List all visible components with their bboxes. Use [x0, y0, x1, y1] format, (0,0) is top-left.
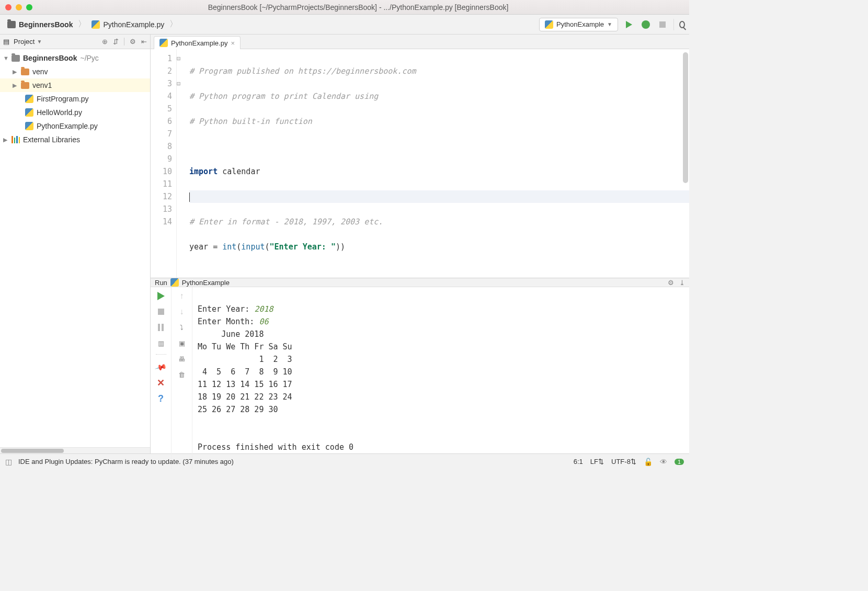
print-icon[interactable]: 🖶: [177, 354, 187, 363]
run-tool-window: Run PythonExample ▥ 📌 ✕ ?: [151, 278, 689, 453]
tree-root-path: ~/Pyc: [80, 54, 98, 62]
maximize-window-icon[interactable]: [26, 4, 32, 10]
stop-icon: [158, 309, 164, 315]
up-stack-icon[interactable]: ↑: [177, 291, 187, 301]
locate-icon[interactable]: ⊕: [102, 38, 108, 46]
tree-root-name: BeginnersBook: [23, 54, 77, 62]
stop-button[interactable]: [657, 19, 668, 30]
line-number: 11: [151, 178, 172, 190]
editor[interactable]: 1 2 3 4 5 6 7 8 9 10 11 12 13 14 ⊟ ⊟: [151, 49, 689, 278]
play-icon: [157, 292, 165, 300]
python-file-icon: [25, 108, 33, 117]
expand-toggle-icon[interactable]: ▼: [3, 55, 8, 61]
tree-file-helloworld[interactable]: HelloWorld.py: [0, 106, 150, 119]
layout-button[interactable]: ▥: [156, 338, 166, 348]
clear-all-icon[interactable]: 🗑: [177, 370, 187, 379]
toolbar-right: PythonExample ▼: [539, 18, 685, 31]
expand-toggle-icon[interactable]: ▶: [13, 69, 18, 75]
scroll-to-end-icon[interactable]: ▣: [177, 338, 187, 348]
expand-toggle-icon[interactable]: ▶: [13, 82, 18, 89]
fold-end-icon[interactable]: ⊟: [177, 77, 185, 90]
tree-file-firstprogram[interactable]: FirstProgram.py: [0, 92, 150, 106]
code-token: int: [222, 242, 236, 252]
libraries-icon: [12, 136, 20, 143]
code-token: input: [241, 242, 265, 252]
tree-file-pythonexample[interactable]: PythonExample.py: [0, 119, 150, 133]
gear-icon[interactable]: [130, 38, 136, 46]
line-number-gutter: 1 2 3 4 5 6 7 8 9 10 11 12 13 14: [151, 49, 177, 278]
console-output[interactable]: Enter Year: 2018 Enter Month: 06 June 20…: [192, 287, 689, 469]
code-token: (: [265, 242, 270, 252]
python-file-icon: [159, 39, 168, 47]
tab-pythonexample[interactable]: PythonExample.py ×: [154, 36, 241, 49]
run-config-selector[interactable]: PythonExample ▼: [539, 18, 618, 31]
console-text: Process finished with exit code 0: [198, 442, 353, 452]
tree-item-label: HelloWorld.py: [37, 108, 82, 117]
close-button[interactable]: ✕: [156, 378, 166, 388]
titlebar: BeginnersBook [~/PycharmProjects/Beginne…: [0, 0, 689, 15]
project-tree[interactable]: ▼ BeginnersBook ~/Pyc ▶ venv ▶ venv1 Fir…: [0, 49, 150, 447]
rerun-button[interactable]: [156, 291, 166, 301]
tree-item-label: PythonExample.py: [37, 122, 98, 130]
line-number: 13: [151, 203, 172, 215]
project-h-scrollbar[interactable]: [0, 447, 150, 453]
run-header: Run PythonExample: [151, 278, 689, 287]
debug-button[interactable]: [640, 19, 652, 30]
close-tab-icon[interactable]: ×: [231, 39, 235, 47]
run-button[interactable]: [623, 19, 635, 30]
tree-root[interactable]: ▼ BeginnersBook ~/Pyc: [0, 51, 150, 65]
fold-gutter: ⊟ ⊟: [177, 49, 185, 278]
minimize-window-icon[interactable]: [16, 4, 22, 10]
pause-button[interactable]: [156, 323, 166, 332]
down-stack-icon[interactable]: ↓: [177, 307, 187, 316]
collapse-all-icon[interactable]: ⇵: [113, 38, 119, 46]
breadcrumb-project[interactable]: BeginnersBook: [4, 19, 76, 30]
chevron-right-icon: 〉: [169, 19, 178, 30]
scrollbar-thumb[interactable]: [1, 449, 64, 453]
python-file-icon: [170, 278, 179, 287]
python-file-icon: [25, 122, 33, 130]
line-number: 7: [151, 128, 172, 140]
code-area[interactable]: # Program published on https://beginners…: [185, 49, 689, 278]
folder-icon: [21, 82, 29, 89]
expand-toggle-icon[interactable]: ▶: [3, 137, 8, 143]
download-icon[interactable]: [679, 279, 685, 287]
line-number: 10: [151, 165, 172, 178]
tree-folder-venv[interactable]: ▶ venv: [0, 65, 150, 78]
project-view-selector[interactable]: Project ▼: [14, 38, 42, 46]
line-number: 2: [151, 65, 172, 77]
tree-item-label: FirstProgram.py: [37, 95, 89, 103]
code-token: calendar: [218, 167, 260, 176]
code-token: # Python built-in function: [189, 117, 312, 126]
window-controls: [5, 4, 32, 10]
stop-button[interactable]: [156, 307, 166, 316]
hide-panel-icon[interactable]: ⇤: [141, 38, 147, 46]
console-text: 1 2 3: [198, 355, 292, 364]
run-nav-column: ↑ ↓ ⤵ ▣ 🖶 🗑: [172, 287, 192, 469]
run-config-label: PythonExample: [556, 20, 604, 28]
tree-external-libraries[interactable]: ▶ External Libraries: [0, 133, 150, 146]
chevron-down-icon: ▼: [37, 39, 42, 44]
soft-wrap-icon[interactable]: ⤵: [177, 323, 187, 332]
tree-item-label: venv: [32, 67, 48, 76]
tree-item-label: External Libraries: [23, 135, 80, 144]
breadcrumb: BeginnersBook 〉 PythonExample.py 〉: [4, 19, 178, 30]
tool-windows-icon[interactable]: ◫: [5, 458, 12, 466]
search-everywhere-button[interactable]: [673, 19, 685, 30]
tree-folder-venv1[interactable]: ▶ venv1: [0, 78, 150, 92]
close-window-icon[interactable]: [5, 4, 12, 10]
breadcrumb-file-label: PythonExample.py: [103, 20, 164, 29]
tree-item-label: venv1: [32, 81, 52, 89]
gear-icon[interactable]: [668, 279, 674, 287]
breadcrumb-file[interactable]: PythonExample.py: [88, 19, 167, 30]
run-config-name: PythonExample: [182, 279, 230, 287]
code-token: # Python program to print Calendar using: [189, 92, 378, 101]
line-number: 5: [151, 103, 172, 115]
search-icon: [679, 21, 685, 28]
help-button[interactable]: ?: [156, 394, 166, 403]
editor-v-scrollbar[interactable]: [683, 52, 688, 183]
fold-start-icon[interactable]: ⊟: [177, 52, 185, 65]
run-body: ▥ 📌 ✕ ? ↑ ↓ ⤵ ▣ 🖶 🗑 Enter Year: 2018 Ent…: [151, 287, 689, 469]
python-file-icon: [25, 95, 33, 103]
pin-tab-icon[interactable]: 📌: [154, 361, 167, 374]
